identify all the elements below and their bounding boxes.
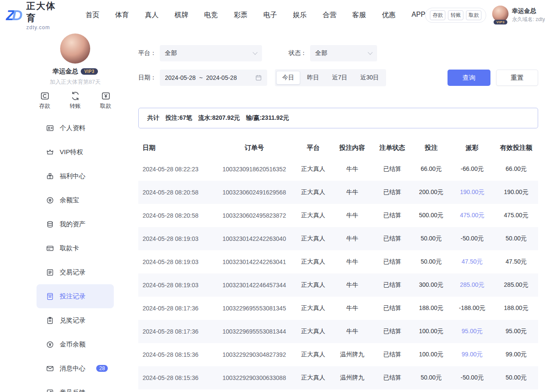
range-button-3[interactable]: 近30日	[354, 71, 385, 85]
avatar-wrap: VIP3	[492, 6, 508, 24]
logo-domain: zdty.com	[26, 24, 66, 30]
bet-records-icon	[46, 292, 54, 301]
cell-content: 牛牛	[332, 328, 372, 335]
transfer-icon	[70, 91, 80, 101]
nav-item-7[interactable]: 娱乐	[293, 11, 307, 20]
cell-status: 已结算	[372, 351, 412, 359]
range-button-2[interactable]: 近7日	[326, 71, 353, 85]
sidebar-item-8[interactable]: 兑奖记录	[37, 308, 114, 332]
date-end: 2024-05-28	[206, 74, 237, 81]
cell-content: 牛牛	[332, 212, 372, 219]
message-icon	[46, 365, 54, 373]
cell-payout: -66.00元	[450, 165, 494, 173]
cell-platform: 正大真人	[294, 374, 332, 382]
cell-platform: 正大真人	[294, 281, 332, 289]
nav-item-9[interactable]: 客服	[352, 11, 366, 20]
quick-action-deposit[interactable]: 存款	[39, 91, 50, 110]
sidebar-item-3[interactable]: 余额宝	[37, 188, 114, 212]
sidebar-item-1[interactable]: VIP特权	[37, 140, 114, 164]
status-group: 状态： 全部	[289, 45, 377, 61]
nav-item-5[interactable]: 彩票	[234, 11, 247, 20]
chevron-down-icon	[253, 50, 257, 55]
cell-date: 2024-05-28 08:15:36	[138, 374, 214, 381]
quick-action-transfer[interactable]: 转账	[70, 91, 81, 110]
table-body: 2024-05-28 08:22:231003230918620516352正大…	[138, 158, 538, 389]
sidebar-item-label: 交易记录	[60, 268, 85, 277]
quick-action-label: 转账	[70, 102, 81, 110]
cell-date: 2024-05-28 08:22:23	[138, 166, 214, 173]
sidebar-item-10[interactable]: 消息中心 28	[37, 356, 114, 380]
profile-name: 幸运金总	[52, 67, 78, 76]
wallet-chip-1[interactable]: 转账	[448, 10, 463, 20]
nav-item-8[interactable]: 合营	[323, 11, 336, 20]
transactions-icon	[46, 268, 54, 277]
user-mini[interactable]: VIP3 幸运金总 永久域名: zdty	[492, 6, 545, 24]
sidebar-item-7[interactable]: 投注记录	[37, 284, 114, 308]
platform-value: 全部	[165, 49, 177, 57]
cell-payout: 95.00元	[450, 328, 494, 335]
cell-status: 已结算	[372, 328, 412, 335]
range-button-1[interactable]: 昨日	[301, 71, 325, 85]
cell-valid: 99.00元	[494, 351, 538, 359]
query-button[interactable]: 查询	[448, 70, 490, 86]
cell-platform: 正大真人	[294, 235, 332, 243]
table-header-row: 日期订单号平台投注内容注单状态投注派彩有效投注额	[138, 138, 538, 158]
cell-bet: 200.00元	[412, 188, 450, 196]
cell-order: 1003230602495823872	[214, 212, 294, 219]
cell-order: 1003230918620516352	[214, 166, 294, 173]
col-header-1: 订单号	[214, 144, 294, 152]
cell-valid: 475.00元	[494, 212, 538, 219]
quick-action-withdraw[interactable]: 取款	[100, 91, 111, 110]
user-meta: 幸运金总 永久域名: zdty	[512, 7, 545, 23]
nav-item-3[interactable]: 棋牌	[174, 11, 188, 20]
table-row: 2024-05-28 08:17:361003229695553081345正大…	[138, 297, 538, 320]
cell-content: 牛牛	[332, 165, 372, 173]
wallet-chip-2[interactable]: 取款	[466, 10, 481, 20]
sidebar-item-9[interactable]: 金币余额	[37, 332, 114, 356]
cell-platform: 正大真人	[294, 351, 332, 359]
sidebar-item-label: 意见反馈	[60, 389, 85, 392]
nav-item-0[interactable]: 首页	[85, 11, 99, 20]
sidebar-item-0[interactable]: 个人资料	[37, 116, 114, 140]
sidebar-item-11[interactable]: 意见反馈	[37, 380, 114, 392]
logo[interactable]: ZD 正大体育 zdty.com	[6, 0, 66, 30]
sidebar-item-2[interactable]: 福利中心	[37, 164, 114, 188]
cell-valid: 190.00元	[494, 188, 538, 196]
cell-bet: 50.00元	[412, 235, 450, 243]
cell-order: 1003229695553081344	[214, 328, 294, 335]
nav-item-4[interactable]: 电竞	[204, 11, 218, 20]
status-select[interactable]: 全部	[310, 45, 377, 61]
cell-date: 2024-05-28 08:17:36	[138, 305, 214, 312]
nav-item-6[interactable]: 电子	[263, 11, 277, 20]
date-range-input[interactable]: 2024-05-28 ~ 2024-05-28	[160, 70, 267, 86]
records-table: 日期订单号平台投注内容注单状态投注派彩有效投注额 2024-05-28 08:2…	[138, 138, 538, 389]
quick-action-label: 存款	[39, 102, 50, 110]
main-nav: 首页体育真人棋牌电竞彩票电子娱乐合营客服优惠APP	[85, 11, 425, 20]
sidebar-item-6[interactable]: 交易记录	[37, 260, 114, 284]
sidebar-item-label: 我的资产	[60, 220, 85, 228]
range-button-0[interactable]: 今日	[276, 71, 300, 85]
main-content: 平台： 全部 状态： 全部 日期： 2024-05-28 ~ 2024-05-2…	[129, 30, 545, 392]
page-layout: 幸运金总 VIP3 加入正大体育第87天 存款 转账 取款 个人资料 VIP特权	[0, 30, 545, 392]
cell-payout: 47.50元	[450, 258, 494, 266]
nav-item-1[interactable]: 体育	[115, 11, 129, 20]
cell-content: 牛牛	[332, 188, 372, 196]
withdraw-icon	[101, 91, 111, 101]
cell-order: 1003230142246457344	[214, 282, 294, 289]
sidebar-item-5[interactable]: 取款卡	[37, 236, 114, 260]
platform-select[interactable]: 全部	[160, 45, 262, 61]
cell-payout: 285.00元	[450, 281, 494, 289]
sidebar-item-4[interactable]: 我的资产	[37, 212, 114, 236]
nav-item-2[interactable]: 真人	[145, 11, 158, 20]
wallet-chip-0[interactable]: 存款	[430, 10, 445, 20]
status-value: 全部	[315, 49, 327, 57]
platform-label: 平台：	[138, 49, 156, 57]
date-start: 2024-05-28	[165, 74, 196, 81]
reset-button[interactable]: 重置	[496, 70, 538, 86]
nav-item-11[interactable]: APP	[411, 11, 425, 20]
sidebar-item-label: 金币余额	[60, 340, 85, 349]
filter-row-2: 日期： 2024-05-28 ~ 2024-05-28 今日昨日近7日近30日 …	[138, 69, 538, 86]
cell-content: 温州牌九	[332, 351, 372, 359]
nav-item-10[interactable]: 优惠	[382, 11, 396, 20]
table-row: 2024-05-28 08:20:581003230602495823872正大…	[138, 204, 538, 227]
